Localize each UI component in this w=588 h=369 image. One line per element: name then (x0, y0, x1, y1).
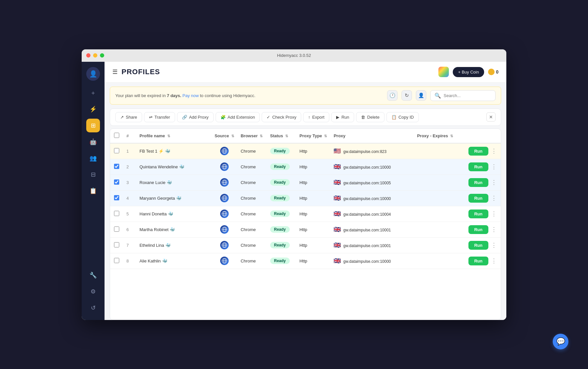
sidebar-item-report[interactable]: 📋 (86, 184, 100, 198)
share-button[interactable]: ↗ Share (115, 112, 142, 122)
run-button[interactable]: Run (468, 257, 488, 265)
refresh-icon-button[interactable]: ↻ (401, 90, 412, 101)
proxy-address: gw.dataimpulse.com:10000 (343, 259, 391, 264)
export-button[interactable]: ↑ Export (303, 112, 329, 122)
row-number: 5 (123, 206, 136, 222)
row-browser: Chrome (237, 206, 267, 222)
close-button[interactable] (86, 53, 90, 58)
row-checkbox[interactable] (114, 179, 119, 185)
row-checkbox[interactable] (114, 164, 119, 169)
more-options-button[interactable]: ⋮ (490, 226, 498, 233)
settings-icon: ⚙ (90, 288, 96, 295)
row-checkbox[interactable] (114, 148, 119, 153)
row-status: Ready (267, 175, 296, 190)
col-header-browser[interactable]: Browser ⇅ (237, 129, 267, 143)
row-checkbox-cell[interactable] (110, 175, 123, 190)
sidebar-item-sync[interactable]: ↺ (86, 301, 100, 315)
run-button[interactable]: Run (468, 147, 488, 156)
more-options-button[interactable]: ⋮ (490, 147, 498, 155)
more-options-button[interactable]: ⋮ (490, 242, 498, 249)
row-proxy: 🇬🇧 gw.dataimpulse.com:10005 (330, 175, 414, 190)
row-checkbox-cell[interactable] (110, 237, 123, 253)
run-button[interactable]: Run (468, 210, 488, 218)
sidebar-item-settings[interactable]: ⚙ (86, 285, 100, 298)
row-profile-name: Quintana Wendeline 🐳 (136, 159, 211, 175)
run-toolbar-button[interactable]: ▶ Run (331, 112, 354, 122)
row-checkbox-cell[interactable] (110, 190, 123, 206)
search-input[interactable] (444, 93, 489, 98)
row-proxy: 🇺🇸 gw.dataimpulse.com:823 (330, 143, 414, 159)
select-all-checkbox[interactable] (114, 133, 119, 138)
sidebar-item-add[interactable]: ＋ (86, 86, 100, 100)
sort-source-icon: ⇅ (231, 134, 234, 138)
select-all-header[interactable] (110, 129, 123, 143)
proxy-flag-icon: 🇬🇧 (334, 242, 341, 248)
run-button[interactable]: Run (468, 241, 488, 250)
sidebar-item-avatar[interactable]: 👤 (86, 67, 100, 81)
run-button[interactable]: Run (468, 162, 488, 171)
minimize-button[interactable] (93, 53, 97, 58)
row-checkbox[interactable] (114, 258, 119, 263)
row-checkbox-cell[interactable] (110, 159, 123, 175)
row-proxy-expires (414, 237, 468, 253)
window-title: Hidemyacc 3.0.52 (277, 53, 311, 58)
run-button[interactable]: Run (468, 194, 488, 203)
more-options-button[interactable]: ⋮ (490, 210, 498, 217)
more-options-button[interactable]: ⋮ (490, 163, 498, 170)
sidebar-item-automation[interactable]: 🤖 (86, 135, 100, 149)
more-options-button[interactable]: ⋮ (490, 194, 498, 202)
delete-label: Delete (367, 115, 380, 120)
row-checkbox-cell[interactable] (110, 222, 123, 237)
data-icon: ⊟ (91, 171, 96, 178)
sidebar-item-tools[interactable]: 🔧 (86, 268, 100, 282)
delete-button[interactable]: 🗑 Delete (356, 112, 384, 122)
more-options-button[interactable]: ⋮ (490, 179, 498, 186)
col-header-status[interactable]: Status ⇅ (267, 129, 296, 143)
run-button[interactable]: Run (468, 178, 488, 187)
maximize-button[interactable] (100, 53, 104, 58)
col-header-proxy-expires[interactable]: Proxy - Expires ⇅ (414, 129, 468, 143)
check-proxy-button[interactable]: ✓ Check Proxy (262, 112, 301, 122)
sidebar-item-data[interactable]: ⊟ (86, 168, 100, 181)
pay-now-link[interactable]: Pay now (183, 93, 199, 98)
add-proxy-button[interactable]: 🔗 Add Proxy (177, 112, 214, 122)
share-label: Share (126, 115, 137, 120)
menu-icon[interactable]: ☰ (112, 68, 118, 75)
add-extension-button[interactable]: 🧩 Add Extension (216, 112, 260, 122)
copy-id-button[interactable]: 📋 Copy ID (386, 112, 419, 122)
row-checkbox-cell[interactable] (110, 253, 123, 269)
grid-icon: ⊞ (91, 122, 96, 129)
run-button[interactable]: Run (468, 225, 488, 234)
buy-coin-button[interactable]: + Buy Coin (453, 67, 484, 77)
row-checkbox[interactable] (114, 242, 119, 247)
rainbow-icon[interactable] (438, 67, 449, 77)
transfer-label: Transfer (155, 115, 170, 120)
search-box[interactable]: 🔍 (430, 90, 496, 101)
row-checkbox-cell[interactable] (110, 143, 123, 159)
row-checkbox[interactable] (114, 195, 119, 200)
row-profile-name: Ethelind Lina 🐳 (136, 237, 211, 253)
more-options-button[interactable]: ⋮ (490, 257, 498, 264)
chat-button[interactable]: 💬 (553, 334, 568, 349)
col-header-proxy-type[interactable]: Proxy Type ⇅ (296, 129, 331, 143)
row-checkbox[interactable] (114, 211, 119, 216)
col-header-source[interactable]: Source ⇅ (211, 129, 237, 143)
table-row: 3 Roxane Lucie 🐳 Chrome Ready Http 🇬🇧 (110, 175, 501, 190)
row-checkbox[interactable] (114, 226, 119, 232)
user-circle-icon-button[interactable]: 👤 (416, 90, 426, 101)
close-toolbar-button[interactable]: ✕ (486, 112, 496, 122)
row-actions: Run ⋮ (468, 222, 501, 237)
col-header-profile-name[interactable]: Profile name ⇅ (136, 129, 211, 143)
history-icon-button[interactable]: 🕐 (387, 90, 398, 101)
sidebar-item-grid[interactable]: ⊞ (86, 119, 100, 132)
history-icon: 🕐 (389, 92, 396, 98)
sidebar-item-team[interactable]: 👥 (86, 151, 100, 165)
row-checkbox-cell[interactable] (110, 206, 123, 222)
app-window: Hidemyacc 3.0.52 👤 ＋ ⚡ ⊞ 🤖 👥 ⊟ (82, 49, 506, 320)
profile-name-text: Martha Robinet 🐳 (139, 227, 208, 232)
transfer-button[interactable]: ⇌ Transfer (144, 112, 175, 122)
robot-icon: 🤖 (90, 138, 97, 145)
sidebar-item-quick[interactable]: ⚡ (86, 102, 100, 116)
row-proxy: 🇬🇧 gw.dataimpulse.com:10001 (330, 222, 414, 237)
tools-icon: 🔧 (90, 272, 97, 279)
